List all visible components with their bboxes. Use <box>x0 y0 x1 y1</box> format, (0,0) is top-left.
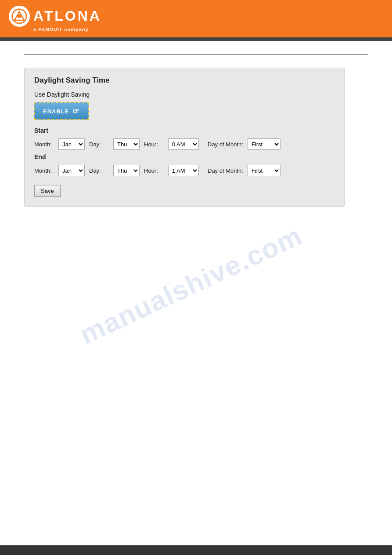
use-daylight-label: Use Daylight Saving <box>34 91 334 98</box>
enable-button[interactable]: ENABLE ☞ <box>34 102 89 120</box>
atlona-logo-icon <box>9 6 30 27</box>
start-month-label: Month: <box>34 141 54 148</box>
start-row: Month: JanFebMarApr MayJunJulAug SepOctN… <box>34 138 334 150</box>
start-dom-select[interactable]: FirstSecondThirdFourthLast <box>248 138 281 150</box>
page-header: ATLONA a PANDUIT company <box>0 0 392 37</box>
dst-title: Daylight Saving Time <box>34 76 334 85</box>
header-divider <box>0 37 392 41</box>
main-content: Daylight Saving Time Use Daylight Saving… <box>0 41 392 220</box>
save-button-label: Save <box>41 188 54 194</box>
start-hour-label: Hour: <box>144 141 164 148</box>
end-label: End <box>34 153 334 160</box>
save-button[interactable]: Save <box>34 185 61 197</box>
cursor-icon: ☞ <box>72 106 80 116</box>
end-dom-label: Day of Month: <box>208 167 243 174</box>
svg-point-1 <box>18 14 22 18</box>
panduit-brand: PANDUIT <box>38 27 62 32</box>
brand-name: ATLONA <box>33 8 101 24</box>
logo: ATLONA a PANDUIT company <box>9 6 101 32</box>
watermark: manualshive.com <box>75 220 307 350</box>
dst-panel: Daylight Saving Time Use Daylight Saving… <box>24 68 345 207</box>
section-divider <box>24 54 368 54</box>
end-month-select[interactable]: JanFebMarApr MayJunJulAug SepOctNovDec <box>58 165 85 176</box>
sub-suffix: company <box>62 27 88 32</box>
start-hour-select[interactable]: 0 AM1 AM2 AM3 AM 4 AM5 AM6 AM7 AM 8 AM9 … <box>168 138 199 150</box>
end-day-label: Day: <box>89 167 109 174</box>
logo-subtitle: a PANDUIT company <box>33 27 89 32</box>
start-label: Start <box>34 127 334 134</box>
enable-button-label: ENABLE <box>43 108 69 115</box>
sub-text: a <box>33 27 38 32</box>
start-day-label: Day: <box>89 141 109 148</box>
end-hour-label: Hour: <box>144 167 164 174</box>
start-month-select[interactable]: JanFebMarApr MayJunJulAug SepOctNovDec <box>58 138 85 150</box>
end-month-label: Month: <box>34 167 54 174</box>
start-day-select[interactable]: SunMonTueWed ThuFriSat <box>113 138 140 150</box>
end-row: Month: JanFebMarApr MayJunJulAug SepOctN… <box>34 165 334 176</box>
footer-bar <box>0 545 392 555</box>
end-dom-select[interactable]: FirstSecondThirdFourthLast <box>248 165 281 176</box>
end-day-select[interactable]: SunMonTueWed ThuFriSat <box>113 165 140 176</box>
start-dom-label: Day of Month: <box>208 141 243 148</box>
end-hour-select[interactable]: 0 AM1 AM2 AM3 AM 4 AM5 AM6 AM7 AM 8 AM9 … <box>168 165 199 176</box>
